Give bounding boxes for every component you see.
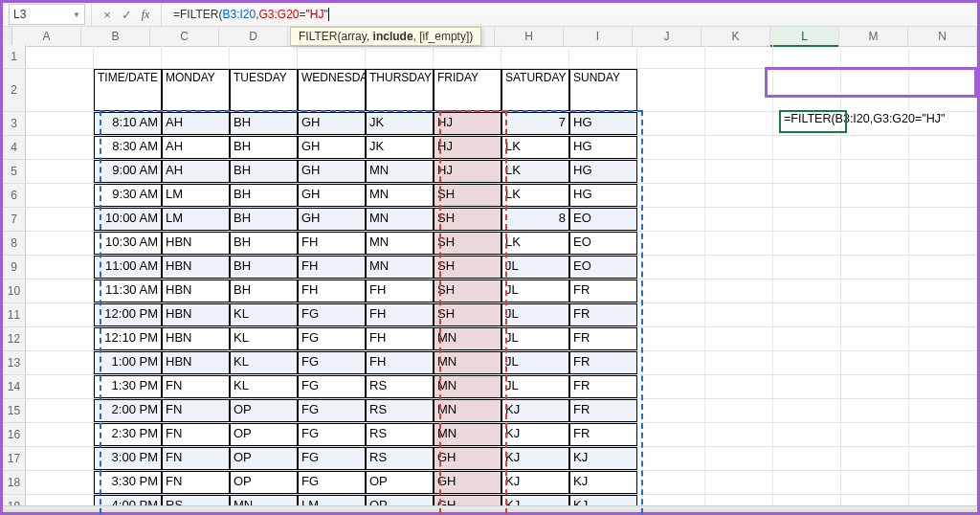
cell-b3[interactable]: 8:10 AM (94, 112, 162, 135)
cell-d17[interactable]: OP (230, 447, 298, 470)
cell-f4[interactable]: JK (366, 136, 434, 159)
row-header-7[interactable]: 7 (3, 208, 26, 231)
row-header-6[interactable]: 6 (3, 184, 26, 207)
cell-g16[interactable]: MN (434, 423, 501, 446)
column-header-n[interactable]: N (908, 27, 977, 46)
cell-j5[interactable] (637, 160, 705, 183)
cell-i5[interactable]: HG (569, 160, 637, 183)
cell-h1[interactable] (501, 45, 569, 68)
cell-m16[interactable] (841, 423, 909, 446)
cell-b2[interactable]: TIME/DATE (94, 69, 162, 111)
cell-m6[interactable] (841, 184, 909, 207)
cell-j10[interactable] (637, 280, 705, 302)
cell-n6[interactable] (909, 184, 977, 207)
cell-a17[interactable] (26, 447, 94, 470)
cell-c2[interactable]: MONDAY (162, 69, 230, 111)
cell-b15[interactable]: 2:00 PM (94, 399, 162, 422)
cell-b1[interactable] (94, 45, 162, 68)
cell-e3[interactable]: GH (298, 112, 366, 135)
row-header-4[interactable]: 4 (3, 136, 26, 159)
cell-j17[interactable] (637, 447, 705, 470)
cell-i8[interactable]: EO (569, 232, 637, 255)
row-header-18[interactable]: 18 (3, 471, 26, 494)
cell-e2[interactable]: WEDNESDAY (298, 69, 366, 111)
cell-e1[interactable] (298, 45, 366, 68)
cell-a16[interactable] (26, 423, 94, 446)
cell-d12[interactable]: KL (230, 327, 298, 350)
cell-g8[interactable]: SH (434, 232, 501, 255)
cell-i12[interactable]: FR (569, 327, 637, 350)
cell-a18[interactable] (26, 471, 94, 494)
row-header-16[interactable]: 16 (3, 423, 26, 446)
cell-f2[interactable]: THURSDAY (366, 69, 434, 111)
cell-k5[interactable] (705, 160, 773, 183)
row-header-2[interactable]: 2 (3, 69, 26, 111)
cell-l2[interactable] (773, 69, 841, 111)
row-header-10[interactable]: 10 (3, 280, 26, 302)
cell-a12[interactable] (26, 327, 94, 350)
cell-j12[interactable] (637, 327, 705, 350)
cell-e16[interactable]: FG (298, 423, 366, 446)
cell-a13[interactable] (26, 351, 94, 374)
cell-a9[interactable] (26, 256, 94, 279)
cell-e15[interactable]: FG (298, 399, 366, 422)
cell-i4[interactable]: HG (569, 136, 637, 159)
cell-d7[interactable]: BH (230, 208, 298, 231)
cell-h9[interactable]: JL (501, 256, 569, 279)
cell-b6[interactable]: 9:30 AM (94, 184, 162, 207)
cell-d15[interactable]: OP (230, 399, 298, 422)
cell-g1[interactable] (434, 45, 501, 68)
cell-b10[interactable]: 11:30 AM (94, 280, 162, 302)
cell-e4[interactable]: GH (298, 136, 366, 159)
cell-k15[interactable] (705, 399, 773, 422)
cell-l6[interactable] (773, 184, 841, 207)
cell-c8[interactable]: HBN (162, 232, 230, 255)
cell-e7[interactable]: GH (298, 208, 366, 231)
cell-k7[interactable] (705, 208, 773, 231)
cell-l3-content[interactable]: =FILTER(B3:I20,G3:G20="HJ" (782, 111, 947, 125)
cell-c11[interactable]: HBN (162, 303, 230, 326)
cell-f10[interactable]: FH (366, 280, 434, 302)
cell-n18[interactable] (909, 471, 977, 494)
cell-l18[interactable] (773, 471, 841, 494)
cell-n10[interactable] (909, 280, 977, 302)
cell-c9[interactable]: HBN (162, 256, 230, 279)
cell-k10[interactable] (705, 280, 773, 302)
cell-h11[interactable]: JL (501, 303, 569, 326)
cell-l12[interactable] (773, 327, 841, 350)
cell-e8[interactable]: FH (298, 232, 366, 255)
cell-a2[interactable] (26, 69, 94, 111)
cell-m11[interactable] (841, 303, 909, 326)
cell-a14[interactable] (26, 375, 94, 398)
cell-e12[interactable]: FG (298, 327, 366, 350)
cell-l11[interactable] (773, 303, 841, 326)
cell-k17[interactable] (705, 447, 773, 470)
cell-g11[interactable]: SH (434, 303, 501, 326)
cell-a11[interactable] (26, 303, 94, 326)
horizontal-scrollbar[interactable] (3, 505, 977, 512)
cell-m12[interactable] (841, 327, 909, 350)
cell-d6[interactable]: BH (230, 184, 298, 207)
cell-l8[interactable] (773, 232, 841, 255)
row-header-15[interactable]: 15 (3, 399, 26, 422)
cell-c1[interactable] (162, 45, 230, 68)
cell-i9[interactable]: EO (569, 256, 637, 279)
cell-h6[interactable]: LK (501, 184, 569, 207)
cell-k16[interactable] (705, 423, 773, 446)
cell-i17[interactable]: KJ (569, 447, 637, 470)
cell-j8[interactable] (637, 232, 705, 255)
cell-f13[interactable]: FH (366, 351, 434, 374)
cell-i6[interactable]: HG (569, 184, 637, 207)
cell-n15[interactable] (909, 399, 977, 422)
cell-c16[interactable]: FN (162, 423, 230, 446)
cell-e9[interactable]: FH (298, 256, 366, 279)
column-header-b[interactable]: B (81, 27, 150, 46)
enter-icon[interactable]: ✓ (117, 8, 136, 22)
cell-n9[interactable] (909, 256, 977, 279)
cell-f18[interactable]: OP (366, 471, 434, 494)
cell-d18[interactable]: OP (230, 471, 298, 494)
cell-a10[interactable] (26, 280, 94, 302)
cell-m5[interactable] (841, 160, 909, 183)
cell-c13[interactable]: HBN (162, 351, 230, 374)
cell-f12[interactable]: FH (366, 327, 434, 350)
